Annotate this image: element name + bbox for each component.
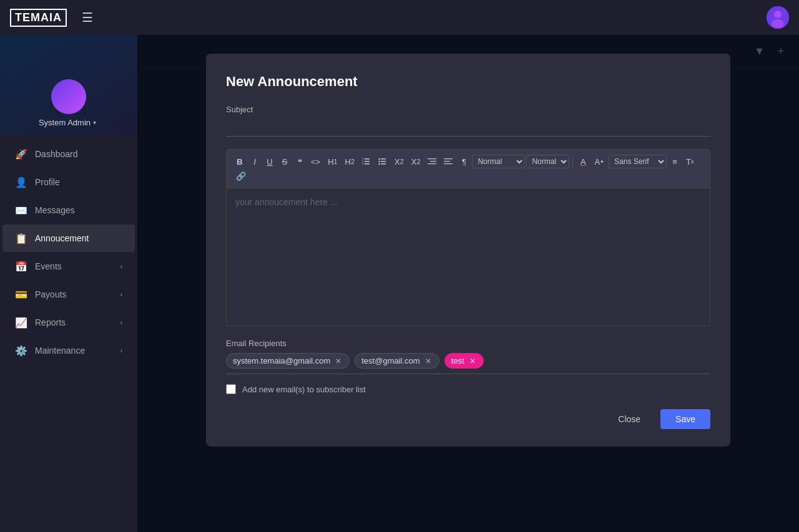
svg-point-1 (774, 11, 782, 18)
strikethrough-button[interactable]: S (278, 155, 292, 168)
toolbar-divider-1 (572, 156, 573, 167)
subscriber-checkbox-row: Add new email(s) to subscriber list (226, 384, 710, 394)
code-button[interactable]: <> (308, 155, 323, 168)
sidebar-item-messages[interactable]: ✉️ Messages (2, 196, 135, 224)
email-tag-2-remove-icon[interactable]: ✕ (424, 357, 433, 365)
payouts-nav-icon: 💳 (15, 288, 27, 301)
topbar: TEMAIA ☰ (0, 0, 799, 35)
svg-rect-10 (381, 161, 386, 162)
highlight-button[interactable]: A✦ (591, 155, 607, 168)
email-tag-1-label: system.temaia@gmail.com (233, 356, 330, 365)
dashboard-nav-icon: 🚀 (15, 148, 27, 160)
svg-rect-15 (428, 158, 436, 159)
sidebar: System Admin ▾ 🚀 Dashboard 👤 Profile ✉️ … (0, 35, 137, 532)
modal-overlay: New Announcement Subject B I U S ❝ <> H1… (137, 35, 799, 532)
admin-label-row[interactable]: System Admin ▾ (39, 118, 99, 127)
bold-button[interactable]: B (233, 155, 247, 168)
editor-content[interactable]: your annoucement here ... (227, 188, 710, 326)
svg-rect-3 (365, 158, 370, 160)
svg-rect-19 (444, 161, 450, 162)
ordered-list-button[interactable]: 123 (359, 155, 374, 168)
events-nav-icon: 📅 (15, 260, 27, 273)
font-color-button[interactable]: A (576, 155, 590, 168)
subject-label: Subject (226, 105, 710, 114)
close-button[interactable]: Close (605, 409, 653, 429)
reports-nav-icon: 📈 (15, 316, 27, 329)
sidebar-item-payouts[interactable]: 💳 Payouts › (2, 281, 135, 308)
admin-label: System Admin (39, 118, 91, 127)
email-recipients-label: Email Recipients (226, 339, 710, 348)
underline-button[interactable]: U (263, 155, 277, 168)
subscript-button[interactable]: X2 (391, 155, 407, 168)
sidebar-item-label-reports: Reports (35, 317, 66, 327)
hamburger-button[interactable]: ☰ (82, 10, 93, 25)
email-tag-1[interactable]: system.temaia@gmail.com ✕ (226, 353, 350, 369)
svg-point-2 (772, 19, 784, 28)
sidebar-item-label-payouts: Payouts (35, 289, 67, 299)
superscript-button[interactable]: X2 (408, 155, 424, 168)
paragraph-select[interactable]: Normal Large Small (526, 155, 569, 168)
editor-toolbar: B I U S ❝ <> H1 H2 123 (227, 150, 710, 188)
email-recipients-row: system.temaia@gmail.com ✕ test@gmail.com… (226, 353, 710, 374)
user-avatar[interactable] (767, 6, 789, 29)
svg-text:3: 3 (362, 162, 364, 165)
sidebar-item-label-maintenance: Maintenance (35, 346, 85, 355)
email-tag-2-label: test@gmail.com (361, 356, 419, 365)
sidebar-item-dashboard[interactable]: 🚀 Dashboard (2, 140, 135, 168)
subject-input[interactable] (226, 118, 710, 137)
svg-point-13 (378, 161, 380, 162)
modal-title: New Announcement (226, 74, 710, 90)
sidebar-item-label-announcement: Annoucement (35, 233, 89, 243)
svg-rect-16 (430, 161, 436, 162)
font-family-select[interactable]: Sans Serif Serif Monospace (609, 155, 667, 168)
align-button[interactable]: ≡ (668, 155, 682, 168)
svg-rect-9 (381, 158, 386, 160)
sidebar-profile-area: System Admin ▾ (0, 35, 137, 135)
subscriber-checkbox[interactable] (226, 384, 236, 394)
email-tag-1-remove-icon[interactable]: ✕ (334, 357, 343, 365)
link-button[interactable]: 🔗 (233, 170, 249, 183)
h1-button[interactable]: H1 (325, 155, 340, 168)
logo-area: TEMAIA ☰ (10, 9, 93, 27)
h2-button[interactable]: H2 (342, 155, 358, 168)
admin-chevron-down-icon: ▾ (93, 119, 96, 126)
sidebar-item-profile[interactable]: 👤 Profile (2, 168, 135, 196)
sidebar-nav: 🚀 Dashboard 👤 Profile ✉️ Messages 📋 Anno… (0, 135, 137, 522)
svg-rect-11 (381, 163, 386, 165)
sidebar-item-events[interactable]: 📅 Events › (2, 253, 135, 280)
sidebar-item-label-events: Events (35, 261, 62, 271)
svg-rect-18 (444, 158, 453, 159)
indent-right-button[interactable] (424, 156, 439, 167)
avatar-image (767, 6, 789, 29)
email-tag-3[interactable]: test ✕ (444, 353, 484, 369)
save-button[interactable]: Save (660, 409, 710, 429)
messages-nav-icon: ✉️ (15, 204, 27, 216)
subscriber-checkbox-label[interactable]: Add new email(s) to subscriber list (242, 385, 366, 394)
svg-rect-4 (365, 161, 370, 162)
email-tag-3-remove-icon[interactable]: ✕ (468, 357, 477, 365)
indent-left-button[interactable] (441, 156, 456, 167)
clear-format-button[interactable]: Tx (683, 155, 697, 168)
sidebar-item-maintenance[interactable]: ⚙️ Maintenance › (2, 337, 135, 364)
announcement-nav-icon: 📋 (15, 232, 27, 244)
font-size-select[interactable]: Normal Heading 1 Heading 2 (472, 155, 525, 168)
sidebar-avatar (51, 79, 86, 114)
maintenance-nav-icon: ⚙️ (15, 344, 27, 357)
content-area: ▼ + New Announcement Subject B I U S ❝ (137, 35, 799, 532)
svg-rect-5 (365, 163, 370, 165)
reports-chevron-icon: › (120, 319, 122, 326)
unordered-list-button[interactable] (375, 155, 390, 168)
modal-footer: Close Save (226, 409, 710, 429)
email-tag-2[interactable]: test@gmail.com ✕ (355, 353, 439, 369)
main-layout: System Admin ▾ 🚀 Dashboard 👤 Profile ✉️ … (0, 35, 799, 532)
sidebar-item-announcement[interactable]: 📋 Annoucement (2, 225, 135, 252)
email-tag-3-label: test (451, 356, 464, 365)
sidebar-item-label-dashboard: Dashboard (35, 149, 78, 159)
sidebar-item-reports[interactable]: 📈 Reports › (2, 309, 135, 336)
sidebar-item-label-messages: Messages (35, 205, 75, 215)
rtl-button[interactable]: ¶ (457, 155, 471, 168)
italic-button[interactable]: I (248, 155, 262, 168)
svg-point-14 (378, 163, 380, 165)
svg-rect-20 (444, 163, 453, 164)
blockquote-button[interactable]: ❝ (293, 155, 306, 168)
